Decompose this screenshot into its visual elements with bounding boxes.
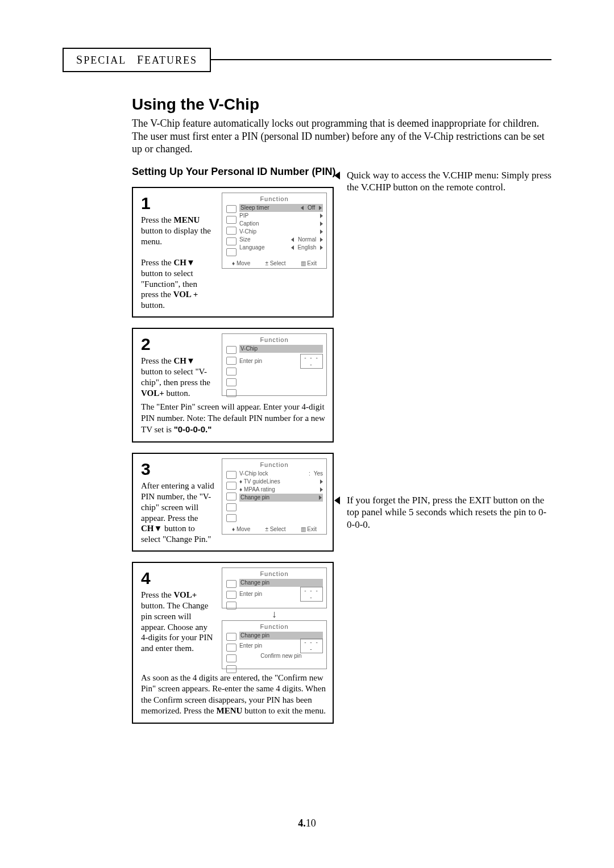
header-cap1: S bbox=[76, 53, 84, 66]
pin-box: - - - - bbox=[300, 639, 323, 653]
intro-paragraph: The V-Chip feature automatically locks o… bbox=[132, 117, 551, 156]
osd-row: Language English bbox=[239, 244, 323, 252]
osd-row: Change pin bbox=[239, 579, 323, 587]
triangle-right-icon bbox=[320, 222, 323, 226]
step-3-box: 3 After entering a valid PIN number, the… bbox=[132, 453, 334, 552]
osd-3-icons bbox=[226, 470, 237, 522]
step-2-box: 2 Press the CH▼ button to select "V-chip… bbox=[132, 328, 334, 443]
osd-4b-title: Function bbox=[222, 621, 326, 631]
step-3-text: 3 After entering a valid PIN number, the… bbox=[141, 458, 216, 545]
step-4-num: 4 bbox=[141, 567, 216, 589]
osd-3: Function V-Chip lock:Yes ♦ TV guideLines… bbox=[222, 458, 327, 535]
triangle-right-icon bbox=[319, 495, 322, 500]
triangle-right-icon bbox=[320, 237, 323, 242]
osd-4a-content: Change pin Enter pin- - - - bbox=[239, 579, 323, 610]
osd-row: Change pin bbox=[239, 494, 323, 502]
step-2-text: 2 Press the CH▼ button to select "V-chip… bbox=[141, 333, 216, 399]
osd-4b-icons bbox=[226, 632, 237, 673]
down-arrow-icon: ↓ bbox=[222, 608, 327, 620]
osd-2: Function V-Chip Enter pin- - - - bbox=[222, 333, 327, 396]
step-2-row: 2 Press the CH▼ button to select "V-chip… bbox=[132, 328, 551, 443]
step-3-num: 3 bbox=[141, 458, 216, 480]
osd-2-icons bbox=[226, 345, 237, 397]
osd-1-content: Sleep timer Off PIP Caption V-Chip Size … bbox=[239, 204, 323, 256]
osd-1: Function Sleep timer Off PIP Caption V-C… bbox=[222, 193, 327, 269]
osd-row: Size Normal bbox=[239, 236, 323, 244]
step-4-text: 4 Press the VOL+ button. The Change pin … bbox=[141, 567, 216, 654]
osd-row: Enter pin- - - - bbox=[239, 590, 323, 598]
header-cap2: F bbox=[137, 53, 144, 66]
step-4-box: 4 Press the VOL+ button. The Change pin … bbox=[132, 562, 334, 724]
triangle-right-icon bbox=[320, 487, 323, 492]
page-title: Using the V-Chip bbox=[132, 95, 551, 114]
pin-box: - - - - bbox=[300, 587, 323, 602]
triangle-right-icon bbox=[320, 214, 323, 218]
section-header-box: SPECIAL FEATURES bbox=[63, 48, 211, 72]
osd-1-title: Function bbox=[222, 193, 326, 203]
step-4-row: 4 Press the VOL+ button. The Change pin … bbox=[132, 562, 551, 724]
triangle-left-icon bbox=[291, 245, 294, 250]
osd-4a-title: Function bbox=[222, 568, 326, 578]
osd-row: V-Chip bbox=[239, 345, 323, 353]
osd-row: Caption bbox=[239, 220, 323, 228]
step-2-note: The "Enter Pin" screen will appear. Ente… bbox=[141, 402, 327, 436]
osd-1-footer: ♦ Move ± Select ▥ Exit bbox=[222, 258, 326, 268]
osd-row: Enter pin- - - - bbox=[239, 642, 323, 650]
osd-4a: Function Change pin Enter pin- - - - bbox=[222, 567, 327, 608]
triangle-left-icon bbox=[301, 206, 304, 210]
step-1-text: 1 Press the MENU button to display the m… bbox=[141, 193, 216, 311]
osd-row: V-Chip lock:Yes bbox=[239, 470, 323, 478]
pin-box: - - - - bbox=[300, 354, 323, 369]
osd-3-footer: ♦ Move ± Select ▥ Exit bbox=[222, 524, 326, 534]
osd-4b: Function Change pin Enter pin- - - - Con… bbox=[222, 620, 327, 669]
side-note-1: Quick way to access the V.CHIP menu: Sim… bbox=[347, 169, 551, 194]
osd-2-title: Function bbox=[222, 334, 326, 344]
triangle-left-icon bbox=[334, 172, 340, 180]
osd-4a-icons bbox=[226, 579, 237, 610]
triangle-left-icon bbox=[291, 237, 294, 242]
triangle-right-icon bbox=[320, 479, 323, 484]
side-note-2: If you forget the PIN, press the EXIT bu… bbox=[347, 494, 551, 531]
triangle-left-icon bbox=[334, 496, 340, 504]
header-rest1: PECIAL bbox=[84, 55, 126, 66]
osd-row: Sleep timer Off bbox=[239, 204, 323, 212]
osd-row: Confirm new pin bbox=[239, 652, 323, 660]
section-header: SPECIAL FEATURES bbox=[76, 55, 197, 66]
osd-row: V-Chip bbox=[239, 228, 323, 236]
osd-row: ♦ TV guideLines bbox=[239, 478, 323, 486]
step-4-note: As soon as the 4 digits are entered, the… bbox=[141, 673, 327, 717]
osd-4b-content: Change pin Enter pin- - - - Confirm new … bbox=[239, 632, 323, 673]
osd-row: Enter pin- - - - bbox=[239, 357, 323, 365]
step-1-osd-wrap: Function Sleep timer Off PIP Caption V-C… bbox=[222, 193, 327, 269]
osd-3-content: V-Chip lock:Yes ♦ TV guideLines ♦ MPAA r… bbox=[239, 470, 323, 522]
page-number: 4.10 bbox=[0, 817, 614, 829]
triangle-right-icon bbox=[319, 206, 322, 210]
triangle-right-icon bbox=[320, 229, 323, 234]
osd-row: ♦ MPAA rating bbox=[239, 486, 323, 494]
header-rest2: EATURES bbox=[144, 55, 197, 66]
osd-1-icons bbox=[226, 204, 237, 256]
step-1-row: 1 Press the MENU button to display the m… bbox=[132, 187, 551, 318]
step-1-box: 1 Press the MENU button to display the m… bbox=[132, 187, 334, 318]
step-1-num: 1 bbox=[141, 193, 216, 214]
osd-3-title: Function bbox=[222, 459, 326, 469]
triangle-right-icon bbox=[320, 245, 323, 250]
osd-2-content: V-Chip Enter pin- - - - bbox=[239, 345, 323, 397]
step-2-num: 2 bbox=[141, 333, 216, 355]
osd-row: PIP bbox=[239, 212, 323, 220]
